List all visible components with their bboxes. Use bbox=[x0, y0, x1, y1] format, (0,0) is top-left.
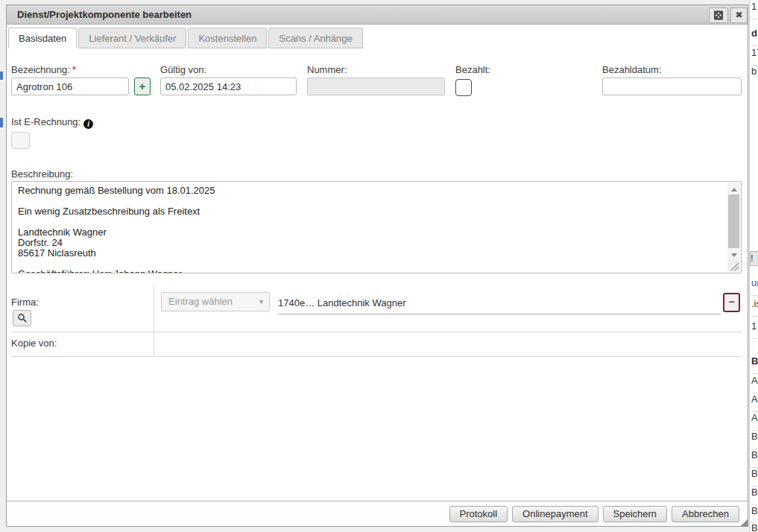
required-asterisk: * bbox=[72, 64, 76, 75]
minus-icon: − bbox=[728, 296, 734, 308]
edit-component-dialog: Dienst/Projektkomponente bearbeiten ✖ bbox=[6, 4, 748, 527]
abbrechen-button[interactable]: Abbrechen bbox=[672, 506, 739, 522]
firma-selected-value: 1740e… Landtechnik Wagner bbox=[278, 294, 721, 314]
add-button[interactable]: + bbox=[134, 77, 151, 95]
close-icon: ✖ bbox=[735, 10, 742, 20]
nummer-label: Nummer: bbox=[307, 64, 347, 75]
beschreibung-textarea[interactable]: Rechnung gemäß Bestellung vom 18.01.2025… bbox=[11, 181, 742, 273]
maximize-icon bbox=[713, 12, 724, 23]
firma-remove-button[interactable]: − bbox=[723, 293, 740, 312]
background-fragment: Be bbox=[751, 355, 758, 374]
scroll-down-icon[interactable] bbox=[727, 248, 740, 259]
bezeichnung-label-text: Bezeichnung: bbox=[11, 64, 70, 75]
dialog-title: Dienst/Projektkomponente bearbeiten bbox=[17, 5, 192, 24]
background-fragment: 17 bbox=[751, 47, 758, 66]
firma-label: Firma: bbox=[11, 297, 39, 308]
plus-icon: + bbox=[139, 80, 146, 92]
gueltig-von-label: Gültig von: bbox=[160, 64, 206, 75]
background-fragment: b bbox=[751, 66, 758, 83]
background-fragment: Be bbox=[751, 468, 758, 487]
background-fragment bbox=[0, 72, 3, 80]
background-fragment: Arn bbox=[751, 375, 758, 393]
ist-e-rechnung-checkbox bbox=[11, 132, 30, 149]
tab-scans-anhaenge[interactable]: Scans / Anhänge bbox=[268, 28, 362, 48]
protokoll-button[interactable]: Protokoll bbox=[449, 506, 508, 522]
nummer-input bbox=[307, 77, 445, 95]
bezeichnung-label: Bezeichnung:* bbox=[11, 64, 76, 75]
scrollbar-thumb[interactable] bbox=[728, 194, 739, 248]
footer-buttons: Protokoll Onlinepayment Speichern Abbrec… bbox=[449, 506, 739, 522]
kopie-von-label: Kopie von: bbox=[11, 338, 57, 349]
gueltig-von-input[interactable] bbox=[160, 77, 297, 95]
background-fragment: Be bbox=[751, 487, 758, 505]
ist-e-rechnung-label-text: Ist E-Rechnung: bbox=[11, 116, 80, 127]
kopie-von-row bbox=[11, 332, 742, 357]
dialog-titlebar[interactable]: Dienst/Projektkomponente bearbeiten ✖ bbox=[7, 5, 748, 25]
firma-select: Eintrag wählen ▾ bbox=[161, 292, 270, 311]
background-fragment: ! bbox=[750, 251, 758, 266]
onlinepayment-button[interactable]: Onlinepayment bbox=[512, 506, 598, 522]
background-fragment: 1 bbox=[751, 1, 758, 19]
label-column-divider bbox=[154, 286, 154, 357]
background-fragment: ur bbox=[751, 277, 758, 296]
background-fragment: d bbox=[751, 28, 758, 46]
ist-e-rechnung-label: Ist E-Rechnung:i bbox=[11, 116, 93, 129]
tab-lieferant-verkaeufer[interactable]: Lieferant / Verkäufer bbox=[78, 28, 186, 48]
firma-select-placeholder: Eintrag wählen bbox=[168, 296, 233, 307]
bezahlt-label: Bezahlt: bbox=[455, 64, 490, 75]
background-fragment: Bic bbox=[751, 505, 758, 524]
firma-search-button[interactable] bbox=[13, 310, 31, 326]
bezeichnung-input[interactable] bbox=[11, 77, 129, 95]
tab-kostenstellen[interactable]: Kostenstellen bbox=[188, 28, 267, 48]
textarea-resize-handle[interactable] bbox=[727, 259, 739, 271]
chevron-down-icon: ▾ bbox=[259, 293, 263, 311]
dialog-resize-handle[interactable] bbox=[741, 519, 748, 526]
scroll-up-icon[interactable] bbox=[727, 183, 740, 194]
bezahldatum-input[interactable] bbox=[602, 77, 742, 95]
background-fragment: Bir bbox=[751, 522, 758, 532]
beschreibung-text: Rechnung gemäß Bestellung vom 18.01.2025… bbox=[12, 182, 727, 273]
close-button[interactable]: ✖ bbox=[730, 7, 748, 23]
tab-strip: Basisdaten Lieferant / Verkäufer Kostens… bbox=[8, 28, 364, 48]
background-fragment: 1 bbox=[751, 320, 758, 339]
background-fragment: Atl bbox=[751, 393, 758, 412]
background-fragment: Be bbox=[751, 449, 758, 468]
background-fragment bbox=[0, 118, 3, 127]
background-fragment: Ba bbox=[751, 431, 758, 449]
textarea-scrollbar[interactable] bbox=[727, 183, 740, 272]
speichern-button[interactable]: Speichern bbox=[603, 506, 668, 522]
background-fragment: .is bbox=[751, 298, 758, 317]
info-icon[interactable]: i bbox=[83, 119, 93, 129]
beschreibung-label: Beschreibung: bbox=[11, 168, 73, 180]
background-page-strip: 1 d 17 b ! ur .is 1 Be Arn Atl Atz Ba Be… bbox=[749, 0, 758, 532]
search-icon bbox=[17, 314, 28, 326]
maximize-button[interactable] bbox=[709, 7, 728, 23]
bezahldatum-label: Bezahldatum: bbox=[602, 64, 662, 75]
dialog-footer: Protokoll Onlinepayment Speichern Abbrec… bbox=[7, 501, 748, 526]
background-fragment: Atz bbox=[751, 412, 758, 431]
tab-basisdaten[interactable]: Basisdaten bbox=[8, 28, 77, 48]
bezahlt-checkbox[interactable] bbox=[455, 79, 472, 96]
